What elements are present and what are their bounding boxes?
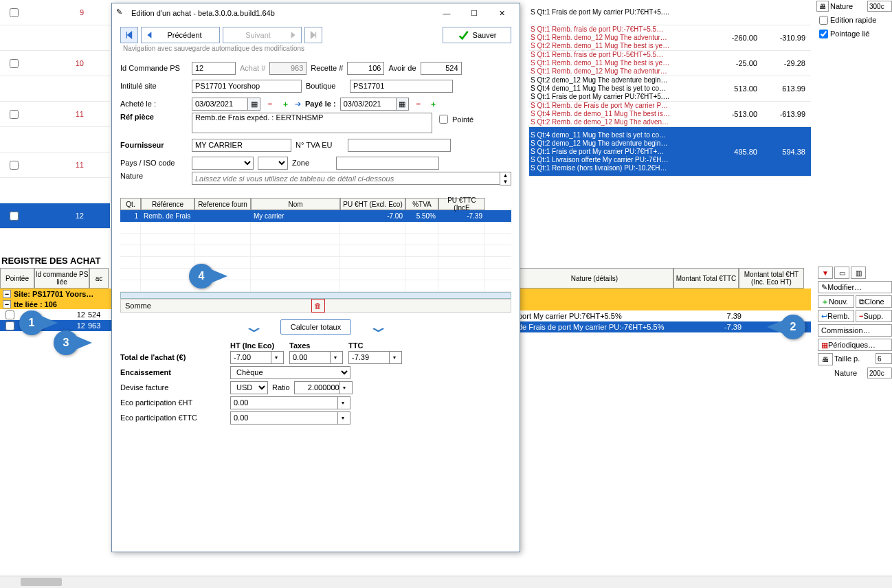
idcmd-input[interactable] [192, 62, 236, 75]
commission-button[interactable]: Commission… [818, 324, 892, 337]
col-puttc[interactable]: PU €TTC (IncE [438, 198, 485, 210]
print-icon[interactable]: 🖶 [816, 1, 829, 12]
row-checkbox[interactable] [10, 212, 19, 220]
zone-input[interactable] [336, 157, 439, 170]
tva-input[interactable] [348, 139, 451, 152]
col-ttc[interactable]: Montant Total €TTC [673, 268, 739, 289]
maximize-button[interactable]: ☐ [460, 5, 488, 21]
site-input[interactable] [192, 80, 302, 93]
amount-ht: 513.00 [715, 84, 763, 93]
achete-date-input[interactable] [192, 98, 248, 111]
close-button[interactable]: ✕ [488, 5, 515, 21]
nature2-input[interactable] [867, 368, 892, 378]
spinner-icon[interactable]: ▾ [337, 412, 347, 424]
minus-icon[interactable]: − [265, 98, 276, 109]
grid-scrollbar[interactable] [120, 292, 511, 299]
taille-input[interactable] [876, 353, 892, 364]
row-checkbox[interactable] [10, 59, 19, 68]
linked-pointing-checkbox[interactable] [819, 30, 828, 38]
print-button[interactable]: 🖶 [818, 353, 833, 365]
col-idcmd[interactable]: Id commande PS liée [34, 268, 89, 289]
recette-input[interactable] [347, 62, 384, 75]
calendar-icon[interactable]: ▦ [248, 98, 260, 111]
nature-input[interactable] [867, 1, 892, 12]
col-tva[interactable]: %TVA [405, 198, 438, 210]
col-pu[interactable]: PU €HT (Excl. Eco) [340, 198, 405, 210]
order-detail-column: S Qt:1 Frais de port My carrier PU:7€HT+… [529, 0, 811, 177]
col-ac[interactable]: ac [89, 268, 109, 289]
titlebar[interactable]: ✎ Edition d'un achat - beta.3.0.0.a.buil… [112, 3, 520, 23]
filter-icon[interactable]: ▼ [818, 267, 833, 279]
modify-button[interactable]: ✎ Modifier… [818, 281, 892, 293]
devise-select[interactable]: USD [230, 381, 268, 394]
col-nom[interactable]: Nom [251, 198, 340, 210]
row-num: 12 [27, 212, 96, 220]
boutique-input[interactable] [350, 80, 453, 93]
orders-column: 9 10 11 11 12 [0, 0, 110, 240]
spinner-icon[interactable]: ▾ [271, 352, 280, 363]
spinner-icon[interactable]: ▾ [330, 352, 339, 363]
col-qt[interactable]: Qt. [120, 198, 141, 210]
horizontal-scrollbar[interactable] [0, 576, 892, 588]
form-icon[interactable]: ▭ [834, 267, 849, 279]
minimize-button[interactable]: — [433, 5, 460, 21]
spinner-icon[interactable]: ▾ [339, 382, 349, 394]
plus-icon[interactable]: ＋ [280, 98, 291, 109]
first-button[interactable] [120, 27, 138, 43]
paye-date-input[interactable] [340, 98, 397, 111]
save-button[interactable]: Sauver [443, 27, 511, 43]
iso-select[interactable] [258, 157, 288, 170]
quick-edit-checkbox[interactable] [819, 16, 828, 25]
spinner-icon[interactable]: ▾ [337, 397, 347, 409]
ecottc-input[interactable]: 0.00 [234, 414, 337, 422]
achatn-label: Achat # [240, 64, 265, 72]
periodic-button[interactable]: ▦ Périodiques… [818, 339, 892, 351]
spin-down[interactable]: ▼ [500, 179, 511, 185]
achete-label: Acheté le : [120, 100, 188, 108]
pays-select[interactable] [192, 157, 254, 170]
spinner-icon[interactable]: ▾ [389, 352, 399, 363]
col-pointee[interactable]: Pointée [0, 268, 34, 289]
ratio-input[interactable]: 2.000000 [298, 383, 339, 392]
total-taxes[interactable]: 0.00 [293, 353, 330, 361]
next-button[interactable]: Suivant [223, 27, 302, 43]
ref-input[interactable]: Remb.de Frais expéd. : EERTNHSMP [192, 113, 432, 133]
col-ref-fourn[interactable]: Reference fourn [194, 198, 251, 210]
nature-input[interactable] [192, 172, 500, 185]
col-ht[interactable]: Montant total €HT (Inc. Eco HT) [739, 268, 804, 289]
options-panel: 🖶Nature Edition rapide Pointage lié [816, 0, 892, 41]
plus-icon[interactable]: ＋ [428, 98, 439, 109]
col-nature[interactable]: Nature (détails) [515, 268, 673, 289]
row-checkbox[interactable] [10, 161, 19, 170]
minus-icon[interactable]: − [413, 98, 424, 109]
detail-grid-row[interactable]: 1 Remb. de Frais My carrier -7.00 5.50% … [120, 210, 511, 222]
amount-ht: 495.80 [715, 148, 763, 156]
chart-icon[interactable]: ▥ [851, 267, 866, 279]
spin-up[interactable]: ▲ [500, 172, 511, 179]
ecoht-input[interactable]: 0.00 [234, 398, 337, 407]
row-checkbox[interactable] [10, 110, 19, 119]
register-ac: 963 [88, 321, 109, 330]
total-ht[interactable]: -7.00 [234, 353, 271, 361]
nature-cell: de Frais de port My carrier PU:-7€HT+5.5… [515, 323, 680, 331]
new-button[interactable]: ＋Nouv. [818, 295, 854, 308]
register-row-checkbox[interactable] [5, 321, 14, 330]
calculate-button[interactable]: Calculer totaux [280, 319, 351, 335]
clone-button[interactable]: ⧉Clone [856, 295, 892, 308]
ratio-label: Ratio [272, 383, 290, 392]
total-ttc[interactable]: -7.39 [352, 353, 389, 361]
fournisseur-input[interactable] [192, 139, 291, 152]
register-row-checkbox[interactable] [5, 310, 14, 319]
chevron-down-icon: ⌄ [243, 318, 265, 336]
avoir-input[interactable] [421, 62, 462, 75]
pointe-checkbox[interactable]: Pointé [436, 113, 473, 126]
refund-button[interactable]: ↩Remb. [818, 310, 854, 322]
delete-button[interactable]: −Supp. [856, 310, 892, 322]
trash-icon[interactable]: 🗑 [311, 299, 325, 313]
previous-button[interactable]: Précédent [141, 27, 220, 43]
calendar-icon[interactable]: ▦ [397, 98, 409, 111]
encaissement-select[interactable]: Chèque [230, 366, 350, 379]
col-reference[interactable]: Référence [141, 198, 194, 210]
row-checkbox[interactable] [10, 8, 19, 17]
last-button[interactable] [304, 27, 322, 43]
